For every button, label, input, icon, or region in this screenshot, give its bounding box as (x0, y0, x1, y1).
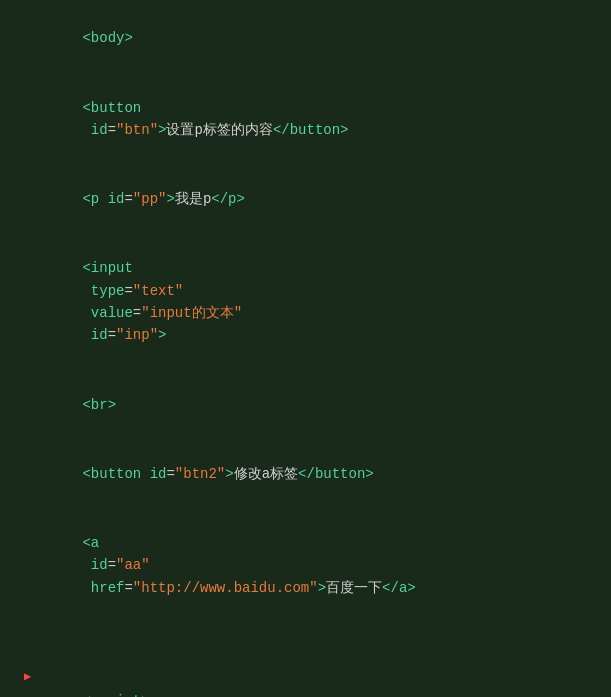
code-line: <body> (0, 4, 611, 73)
code-line: <button id="btn">设置p标签的内容</button> (0, 73, 611, 165)
line-content: <a id="aa" href="http://www.baidu.com">百… (32, 510, 603, 622)
line-content: <br> (32, 371, 603, 438)
tag: <body> (82, 30, 132, 46)
code-editor: <body> <button id="btn">设置p标签的内容</button… (0, 0, 611, 697)
line-content: <button id="btn2">修改a标签</button> (32, 440, 603, 507)
line-content: <input type="text" value="input的文本" id="… (32, 235, 603, 369)
tag: < (82, 100, 90, 116)
line-content: <button id="btn">设置p标签的内容</button> (32, 74, 603, 164)
line-content: <p id="pp">我是p</p> (32, 166, 603, 233)
code-line: <button id="btn2">修改a标签</button> (0, 439, 611, 508)
code-line (0, 623, 611, 645)
code-line: ▶ <script> (0, 645, 611, 697)
line-content: ▶ <script> (32, 646, 603, 697)
code-line: <input type="text" value="input的文本" id="… (0, 234, 611, 370)
code-line: <br> (0, 370, 611, 439)
code-line: <p id="pp">我是p</p> (0, 165, 611, 234)
code-line: <a id="aa" href="http://www.baidu.com">百… (0, 509, 611, 623)
line-content: <body> (32, 5, 603, 72)
